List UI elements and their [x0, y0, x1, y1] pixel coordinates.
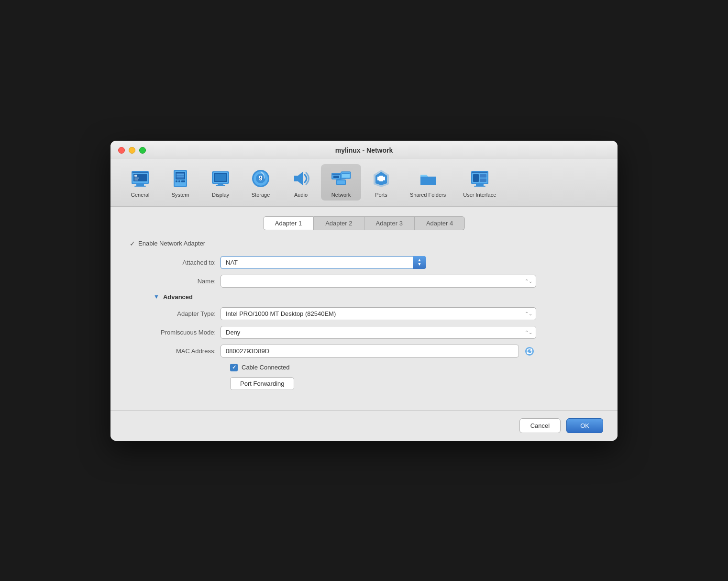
- svg-rect-38: [337, 180, 345, 184]
- enable-label: Enable Network Adapter: [138, 240, 205, 247]
- mac-address-input[interactable]: [221, 345, 519, 358]
- svg-rect-23: [215, 174, 226, 181]
- adapter-type-select[interactable]: Intel PRO/1000 MT Desktop (82540EM): [221, 307, 536, 320]
- svg-rect-22: [216, 185, 225, 186]
- port-forwarding-button[interactable]: Port Forwarding: [230, 377, 294, 390]
- toolbar-item-storage[interactable]: 9 Storage: [241, 164, 281, 201]
- advanced-arrow-icon: ▼: [154, 293, 159, 300]
- port-forwarding-row: Port Forwarding: [125, 377, 603, 390]
- promiscuous-mode-select[interactable]: Deny Allow VMs Allow All: [221, 326, 536, 339]
- svg-rect-52: [476, 184, 484, 186]
- shared-folders-label: Shared Folders: [410, 192, 446, 198]
- toolbar-item-system[interactable]: System: [160, 164, 200, 201]
- traffic-lights: [118, 147, 146, 154]
- network-label: Network: [331, 192, 351, 198]
- svg-rect-8: [134, 179, 138, 180]
- name-select-wrapper: [221, 275, 536, 288]
- promiscuous-mode-label: Promiscuous Mode:: [125, 329, 221, 336]
- adapter-type-label: Adapter Type:: [125, 310, 221, 317]
- audio-icon: [289, 167, 312, 190]
- network-form: ✓ Enable Network Adapter Attached to: NA…: [125, 240, 603, 390]
- adapter-tabs: Adapter 1 Adapter 2 Adapter 3 Adapter 4: [125, 216, 603, 230]
- svg-text:9: 9: [259, 174, 263, 182]
- tab-adapter2[interactable]: Adapter 2: [314, 216, 364, 230]
- svg-rect-7: [134, 178, 139, 179]
- svg-rect-50: [480, 174, 486, 178]
- cable-connected-label: Cable Connected: [242, 364, 289, 371]
- svg-point-54: [525, 347, 534, 356]
- svg-rect-49: [473, 174, 479, 182]
- svg-rect-45: [383, 177, 385, 180]
- advanced-title: Advanced: [163, 293, 193, 301]
- titlebar: mylinux - Network: [110, 141, 618, 158]
- name-select[interactable]: [221, 275, 536, 288]
- user-interface-label: User Interface: [463, 192, 496, 198]
- general-label: General: [131, 192, 149, 198]
- tab-adapter4[interactable]: Adapter 4: [415, 216, 465, 230]
- minimize-button[interactable]: [129, 147, 135, 154]
- attached-to-select[interactable]: NAT Bridged Adapter Internal Network Hos…: [221, 256, 426, 269]
- promiscuous-mode-row: Promiscuous Mode: Deny Allow VMs Allow A…: [125, 326, 603, 339]
- svg-rect-48: [472, 172, 487, 173]
- toolbar-item-user-interface[interactable]: User Interface: [454, 164, 505, 201]
- mac-refresh-button[interactable]: [523, 345, 536, 358]
- adapter-type-select-wrapper: Intel PRO/1000 MT Desktop (82540EM): [221, 307, 536, 320]
- close-button[interactable]: [118, 147, 125, 154]
- svg-rect-6: [134, 175, 137, 177]
- enable-checkmark: ✓: [130, 240, 135, 247]
- promiscuous-mode-select-wrapper: Deny Allow VMs Allow All: [221, 326, 536, 339]
- display-icon: [209, 167, 232, 190]
- toolbar-item-display[interactable]: Display: [200, 164, 241, 201]
- tab-adapter3[interactable]: Adapter 3: [364, 216, 415, 230]
- storage-label: Storage: [252, 192, 270, 198]
- main-window: mylinux - Network General: [110, 141, 618, 441]
- storage-icon: 9: [249, 167, 272, 190]
- mac-address-control: [221, 345, 536, 358]
- attached-to-label: Attached to:: [125, 259, 221, 266]
- system-icon: [169, 167, 192, 190]
- ok-button[interactable]: OK: [566, 418, 603, 433]
- svg-rect-2: [132, 172, 148, 173]
- svg-rect-36: [342, 173, 350, 174]
- toolbar-item-network[interactable]: Network: [321, 164, 361, 201]
- svg-rect-14: [181, 180, 185, 182]
- cancel-button[interactable]: Cancel: [519, 418, 561, 433]
- maximize-button[interactable]: [139, 147, 146, 154]
- svg-rect-33: [333, 176, 339, 178]
- bottom-bar: Cancel OK: [110, 410, 618, 441]
- svg-rect-32: [332, 174, 340, 175]
- svg-marker-29: [294, 172, 303, 185]
- general-icon: [129, 167, 152, 190]
- attached-to-row: Attached to: NAT Bridged Adapter Interna…: [125, 256, 603, 269]
- tab-adapter1[interactable]: Adapter 1: [263, 216, 314, 230]
- attached-to-control: NAT Bridged Adapter Internal Network Hos…: [221, 256, 536, 269]
- svg-rect-12: [176, 180, 177, 182]
- content-area: Adapter 1 Adapter 2 Adapter 3 Adapter 4 …: [110, 207, 618, 410]
- ports-icon: [370, 167, 393, 190]
- svg-rect-44: [377, 177, 379, 180]
- mac-row: [221, 345, 536, 358]
- promiscuous-mode-control: Deny Allow VMs Allow All: [221, 326, 536, 339]
- toolbar-item-ports[interactable]: Ports: [361, 164, 401, 201]
- svg-rect-3: [136, 184, 144, 186]
- svg-rect-51: [480, 179, 486, 182]
- advanced-header[interactable]: ▼ Advanced: [125, 293, 603, 301]
- enable-row: ✓ Enable Network Adapter: [125, 240, 603, 247]
- toolbar-item-general[interactable]: General: [120, 164, 160, 201]
- toolbar: General System: [110, 158, 618, 207]
- cable-connected-checkbox[interactable]: [230, 364, 238, 371]
- user-interface-icon: [468, 167, 491, 190]
- toolbar-item-shared-folders[interactable]: Shared Folders: [401, 164, 454, 201]
- attached-to-select-wrapper: NAT Bridged Adapter Internal Network Hos…: [221, 256, 426, 269]
- name-label: Name:: [125, 278, 221, 285]
- network-icon: [330, 167, 353, 190]
- toolbar-item-audio[interactable]: Audio: [281, 164, 321, 201]
- svg-rect-4: [134, 186, 146, 187]
- adapter-type-row: Adapter Type: Intel PRO/1000 MT Desktop …: [125, 307, 603, 320]
- mac-address-label: MAC Address:: [125, 347, 221, 355]
- name-control: [221, 275, 536, 288]
- adapter-type-control: Intel PRO/1000 MT Desktop (82540EM): [221, 307, 536, 320]
- cable-connected-row: Cable Connected: [125, 364, 603, 371]
- display-label: Display: [212, 192, 229, 198]
- shared-folders-icon: [417, 167, 440, 190]
